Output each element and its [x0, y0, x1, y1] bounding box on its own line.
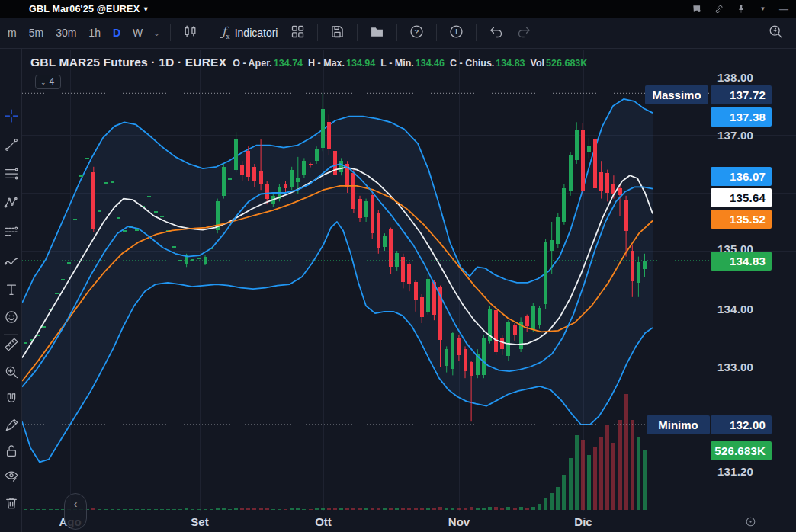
legend-label: Vol: [531, 58, 545, 69]
timeframe-more-caret-icon[interactable]: ⌄: [149, 29, 164, 37]
axis-settings-gear-icon[interactable]: [744, 515, 757, 531]
emoji-tool[interactable]: [0, 306, 22, 328]
zoom-in-tool[interactable]: [0, 361, 22, 383]
divider: [396, 24, 397, 41]
undo-button[interactable]: [482, 21, 510, 44]
layouts-folder-button[interactable]: [363, 21, 391, 44]
layout-grid-button[interactable]: [284, 21, 312, 44]
fib-retracement-tool[interactable]: [0, 162, 22, 185]
price-badge: 135.64: [711, 188, 772, 207]
legend-collapse-chip[interactable]: ⌄4: [35, 75, 61, 89]
help-button[interactable]: ?: [403, 21, 431, 44]
price-badge: 526.683K: [711, 441, 772, 460]
minimo-label: Minimo: [647, 415, 710, 434]
timeframe-5m[interactable]: 5m: [23, 22, 50, 43]
redo-icon: [516, 24, 532, 43]
legend-label: L - Min.: [380, 58, 414, 69]
legend-value: 526.683K: [546, 58, 587, 69]
pin-icon[interactable]: [735, 3, 746, 14]
minimize-icon[interactable]: —: [779, 4, 788, 14]
legend-value: 134.94: [346, 58, 375, 69]
xabcd-pattern-tool[interactable]: [0, 191, 22, 214]
svg-text:i: i: [456, 27, 458, 36]
indicators-button[interactable]: ƒx Indicatori: [216, 21, 284, 44]
legend-label: C - Chius.: [450, 58, 494, 69]
main-toolbar: m5m30m1hDW ⌄ ƒx Indicatori ? i: [0, 18, 796, 49]
legend-symbol-title[interactable]: GBL MAR25 Futures · 1D · EUREX: [30, 56, 226, 69]
trash-tool[interactable]: [0, 492, 22, 514]
fx-indicators-icon: ƒx: [222, 24, 230, 40]
divider: [756, 24, 756, 41]
divider: [357, 24, 358, 41]
symbol-title: GBL Mar06'25 @EUREX: [29, 4, 140, 14]
lock-tool[interactable]: [0, 440, 22, 463]
info-icon: i: [448, 24, 464, 43]
chart-style-button[interactable]: [176, 21, 204, 44]
draw-mode-tool[interactable]: [0, 414, 22, 437]
link-icon[interactable]: [713, 3, 724, 14]
price-badge: 132.00: [711, 415, 772, 434]
hidden-indicators-count: 4: [50, 76, 55, 87]
massimo-label: Massimo: [645, 85, 708, 104]
divider: [436, 24, 437, 41]
title-bar: GBL Mar06'25 @EUREX ▼ ▼ —: [0, 0, 796, 18]
save-icon: [329, 24, 345, 43]
layout-grid-icon: [290, 24, 306, 43]
price-tick: 138.00: [717, 71, 753, 84]
flash-search-icon: [768, 24, 784, 43]
chat-icon[interactable]: [691, 3, 702, 14]
caret-down-icon[interactable]: ▼: [757, 3, 769, 14]
undo-icon: [488, 24, 504, 43]
svg-text:?: ?: [415, 27, 419, 36]
divider: [170, 24, 171, 41]
help-icon: ?: [409, 24, 425, 43]
price-tick: 131.20: [717, 465, 753, 478]
timeframe-m[interactable]: m: [2, 22, 23, 43]
timeframe-1h[interactable]: 1h: [82, 22, 107, 43]
month-label: Dic: [574, 515, 592, 528]
timeframe-W[interactable]: W: [127, 22, 149, 43]
timeframe-group: m5m30m1hDW: [2, 22, 149, 43]
chevron-down-icon: ⌄: [40, 79, 47, 86]
legend-value: 134.83: [496, 58, 525, 69]
text-tool[interactable]: [0, 278, 22, 301]
price-tick: 133.00: [717, 361, 753, 373]
price-badge: 136.07: [711, 167, 772, 186]
info-button[interactable]: i: [442, 21, 470, 44]
flash-search-button[interactable]: [762, 21, 790, 44]
forecast-tool[interactable]: [0, 220, 22, 243]
redo-button[interactable]: [510, 21, 538, 44]
caret-down-icon: ▼: [143, 5, 149, 13]
scroll-history-pill[interactable]: ‹: [64, 493, 87, 530]
timeframe-D[interactable]: D: [107, 22, 127, 43]
ruler-tool[interactable]: [0, 333, 22, 356]
legend-value: 134.74: [274, 58, 303, 69]
month-label: Set: [191, 515, 208, 528]
crosshair-tool[interactable]: [0, 104, 22, 127]
time-axis[interactable]: AgoSetOttNovDic: [0, 511, 796, 532]
hide-drawings-tool[interactable]: [0, 464, 22, 487]
month-label: Ott: [315, 515, 332, 528]
price-tick: 134.00: [717, 303, 753, 316]
price-badge: 135.52: [711, 210, 772, 229]
timeframe-30m[interactable]: 30m: [50, 22, 82, 43]
divider: [210, 24, 210, 41]
chevron-left-icon: ‹: [74, 497, 78, 510]
chart-style-candles-icon: [182, 24, 198, 43]
save-button[interactable]: [323, 21, 351, 44]
chart-canvas[interactable]: [0, 0, 796, 532]
magnet-tool[interactable]: [0, 388, 22, 411]
price-badge: 134.83: [711, 252, 772, 271]
price-badge: 137.72: [711, 85, 772, 104]
indicators-label: Indicatori: [235, 27, 278, 39]
legend-ohlc-values: O - Aper.134.74H - Max.134.94L - Min.134…: [233, 58, 587, 69]
trend-line-tool[interactable]: [0, 133, 22, 156]
divider: [711, 511, 711, 532]
drawing-tools-rail: [0, 49, 22, 532]
legend-label: H - Max.: [308, 58, 345, 69]
brush-tool[interactable]: [0, 249, 22, 272]
symbol-menu[interactable]: GBL Mar06'25 @EUREX ▼: [29, 4, 149, 14]
divider: [476, 24, 477, 41]
folder-icon: [369, 24, 385, 43]
chart-legend: GBL MAR25 Futures · 1D · EUREX O - Aper.…: [30, 56, 587, 69]
